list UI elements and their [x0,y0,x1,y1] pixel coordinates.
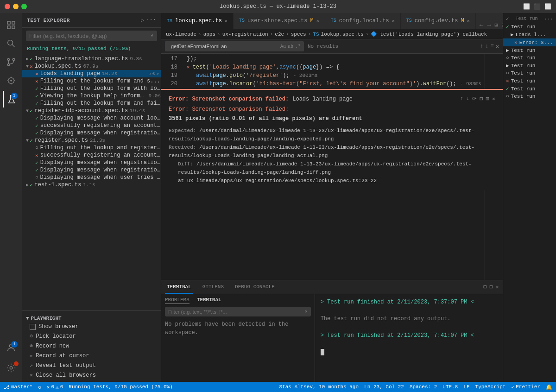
navigate-back-icon[interactable]: ← [480,21,483,29]
rp-item-8[interactable]: ○ Test run [503,93,556,100]
activity-search[interactable] [3,35,19,52]
status-running[interactable]: Running tests, 9/15 passed (75.0%) [69,384,172,390]
tree-item-successfully-reg[interactable]: ✓ successfully registering an account an… [22,122,161,129]
status-encoding[interactable]: UTF-8 [442,384,458,390]
show-browser-checkbox[interactable] [30,324,36,330]
close-all-browsers-item[interactable]: ✕ Close all browsers [22,370,161,380]
tree-item-filling-lookup[interactable]: ✕ Filling out the lookup form and s... [22,77,161,85]
split-icon[interactable]: ⬛ [534,3,541,10]
run-all-tests-icon[interactable]: ▷ [141,17,144,24]
find-input[interactable] [168,43,278,50]
terminal-panel[interactable]: > Test run finished at 2/11/2023, 7:37:0… [315,294,503,382]
activity-account[interactable]: 1 [3,339,19,356]
tree-item-lookup[interactable]: ▼ ✕ lookup.spec.ts 67.9s [22,63,161,70]
maximize-button[interactable] [21,4,27,9]
status-notifications[interactable]: 🔔 [546,384,552,390]
show-browser-item[interactable]: Show browser [22,322,161,331]
status-spaces[interactable]: Spaces: 2 [410,384,437,390]
tree-item-loads-landing[interactable]: ✕ Loads landing page 10.2s ▷ ⊙ ↗ [22,70,161,77]
tab-config-local[interactable]: TS config.local.ts ✕ [325,13,401,29]
tree-item-succ-reg-redi[interactable]: ✕ successfully registering an account an… [22,152,161,159]
pick-locator-item[interactable]: ⊙ Pick locator [22,331,161,341]
tree-item-filling-fail[interactable]: ✓ Filling out the lookup form and failin… [22,100,161,107]
debug-test-icon[interactable]: ⊙ [152,71,155,76]
filter-icon[interactable]: ⚡ [151,32,154,39]
panel-maximize[interactable]: ⊟ [490,284,493,291]
status-prettier[interactable]: ✓ Prettier [512,384,540,390]
error-close[interactable]: ✕ [492,95,495,102]
tree-item-filling-lookup-succ[interactable]: ✓ Filling out the lookup form with looku… [22,85,161,92]
terminal-sub-tab[interactable]: TERMINAL [197,297,221,304]
rp-item-error[interactable]: ✕ Error: S... [503,38,556,46]
test-filter-input[interactable] [29,33,151,39]
navigate-forward-icon[interactable]: → [487,21,491,29]
tab-close-user-store[interactable]: ✕ [316,18,319,24]
find-lines-icon[interactable]: ≡ [491,43,494,50]
editor-layout-icon[interactable]: ⊞ [495,22,498,29]
run-test-icon[interactable]: ▷ [149,71,152,76]
panel-tab-terminal[interactable]: TERMINAL [165,280,193,294]
bc-ux-limeade[interactable]: ux-limeade [166,32,196,37]
tree-item-displaying-reg-msg[interactable]: ✓ Displaying message when registration e… [22,129,161,137]
bc-file[interactable]: TS [313,32,319,37]
tab-close-lookup[interactable]: ✕ [225,18,227,24]
bc-test-callback[interactable]: 🔷 test('Loads landing page') callback [371,31,487,37]
activity-settings[interactable] [3,360,19,376]
tree-item-register-idp[interactable]: ▼ ✓ register-idp-account.spec.ts 19.4s [22,107,161,114]
error-open[interactable]: ⊞ [486,95,489,102]
bc-file-name[interactable]: lookup.spec.ts [321,32,364,37]
tree-item-test1[interactable]: ▶ ✓ test-1.spec.ts 1.1s [22,181,161,189]
find-match-case[interactable]: Aa [280,44,286,49]
rp-item-6[interactable]: ✕ Test run [503,77,556,85]
rp-item-loads[interactable]: ▶ Loads l... [503,31,556,38]
more-actions-icon[interactable]: ··· [146,17,156,24]
error-history[interactable]: ⟳ [472,95,477,102]
rp-item-5[interactable]: ○ Test run [503,70,556,77]
panel-action-1[interactable]: ⊞ [483,284,486,291]
find-whole-word[interactable]: ab [288,44,293,49]
find-regex[interactable]: .* [295,44,301,49]
status-language[interactable]: TypeScript [475,384,506,390]
panel-tab-gitlens[interactable]: GITLENS [201,280,226,294]
status-line-ending[interactable]: LF [463,384,469,390]
tree-item-viewing-help[interactable]: ✓ Viewing the lookup help information 9.… [22,92,161,100]
status-sync[interactable]: ↻ [38,384,41,390]
close-button[interactable] [5,4,10,9]
tree-item-disp-reg-endpo[interactable]: ✓ Displaying message when registration e… [22,166,161,174]
tree-item-filling-reg-form[interactable]: ○ Filling out the lookup and register fo… [22,144,161,152]
error-copy[interactable]: ⊟ [480,95,483,102]
layout-icon[interactable]: ⬜ [523,3,530,10]
tab-close-config-dev[interactable]: ✕ [467,18,470,24]
rp-item-4[interactable]: ▶ Test run [503,62,556,70]
rp-item-2[interactable]: ▶ Test run [503,46,556,54]
rp-item-3[interactable]: ○ Test run [503,54,556,62]
tree-item-register[interactable]: ▼ ✓ register.spec.ts 21.3s [22,137,161,144]
rp-item-7[interactable]: ✓ Test run [503,85,556,93]
activity-testing[interactable]: 3 [3,91,19,107]
tab-config-dev[interactable]: TS config.dev.ts M ✕ [401,13,476,29]
filter-action-icon[interactable]: ⚡ [304,308,307,315]
close-find-icon[interactable]: ✕ [496,43,499,50]
rp-more-icon[interactable]: ··· [544,16,553,22]
panel-tab-debug-console[interactable]: DEBUG CONSOLE [233,280,277,294]
record-new-item[interactable]: ⊚ Record new [22,341,161,351]
bc-apps[interactable]: apps [203,32,215,37]
tree-item-language-translation[interactable]: ▶ ✓ language-translation.spec.ts 9.3s [22,55,161,63]
rp-item-1[interactable]: ✓ Test run [503,23,556,31]
activity-debug[interactable] [3,72,19,89]
problems-filter-input[interactable] [168,309,304,315]
go-to-test-icon[interactable]: ↗ [156,71,159,76]
activity-git[interactable] [3,54,19,70]
status-errors[interactable]: ✕ 0 ⚠ 0 [47,384,63,390]
status-git-branch[interactable]: ⎇ master* [4,384,32,390]
minimize-button[interactable] [13,4,19,9]
problems-tab[interactable]: PROBLEMS [165,297,190,304]
status-user[interactable]: Stas Altsev, 10 months ago [279,384,359,390]
tree-item-displaying-msg[interactable]: ✓ Displaying message when account lookup… [22,114,161,122]
record-at-cursor-item[interactable]: ✏ Record at cursor [22,351,161,360]
rp-collapse-icon[interactable]: ✓ [506,16,509,22]
panel-close[interactable]: ✕ [496,284,499,291]
tree-item-disp-user-reg[interactable]: ○ Displaying message when user tries to … [22,174,161,181]
find-next-icon[interactable]: ↓ [485,43,488,50]
tab-user-store-spec[interactable]: TS user-store.spec.ts M ✕ [234,13,325,29]
